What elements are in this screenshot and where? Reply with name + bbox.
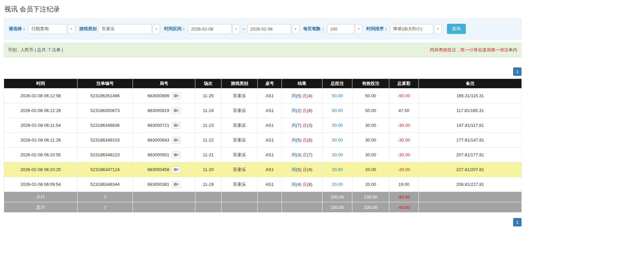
- cell-game-type: 百家乐: [221, 148, 258, 162]
- cell-result: 闲(2)庄(8): [282, 103, 323, 118]
- cell-bet-id: 523186351496: [78, 89, 133, 103]
- grand-total-payout: -93.50: [389, 202, 419, 213]
- total-bet-link[interactable]: 50.00: [332, 93, 343, 98]
- result-player-score: (2): [296, 108, 301, 113]
- header-session: 场次: [195, 79, 221, 89]
- page-size-combo: ▼: [327, 24, 362, 34]
- cell-bet-id: 523186349103: [78, 133, 133, 148]
- table-row: 2026-02-08 06:10:55 523186348223 6830005…: [4, 148, 522, 162]
- round-replay-icon[interactable]: [172, 122, 181, 129]
- game-type-dropdown-button[interactable]: ▼: [153, 24, 160, 34]
- cell-payout: -30.00: [389, 133, 419, 148]
- result-banker-score: (3): [307, 123, 312, 128]
- cell-round: 683000551: [133, 148, 195, 162]
- chevron-down-icon: ▼: [294, 28, 297, 31]
- round-replay-icon[interactable]: [172, 137, 181, 144]
- cell-valid-bet: 20.00: [352, 177, 389, 192]
- result-banker-score: (4): [307, 167, 312, 172]
- cell-game-type: 百家乐: [221, 103, 258, 118]
- cell-session: 11-24: [195, 103, 221, 118]
- result-player-label: 闲: [292, 138, 296, 143]
- date-from-input[interactable]: [188, 24, 232, 34]
- total-bet-link[interactable]: 30.00: [332, 123, 343, 128]
- cell-total-bet: 20.00: [323, 162, 352, 177]
- chevron-down-icon: ▼: [235, 28, 238, 31]
- round-replay-icon[interactable]: [172, 93, 181, 99]
- cell-payout: -50.00: [389, 89, 419, 103]
- time-sort-dropdown-button[interactable]: ▼: [434, 24, 442, 34]
- date-to-dropdown-button[interactable]: ▼: [292, 24, 299, 34]
- header-bet-id: 注单编号: [78, 79, 133, 89]
- round-replay-icon[interactable]: [172, 166, 181, 173]
- page-size-dropdown-button[interactable]: ▼: [355, 24, 362, 34]
- cell-valid-bet: 30.00: [352, 118, 389, 133]
- cell-session: 11-22: [195, 133, 221, 148]
- cell-note: 177.81/147.81: [419, 133, 522, 148]
- chevron-down-icon: ▼: [437, 28, 439, 31]
- cell-session: 11-20: [195, 162, 221, 177]
- header-round: 局号: [133, 79, 195, 89]
- round-replay-icon[interactable]: [172, 181, 181, 188]
- round-number: 683000899: [147, 93, 169, 98]
- cell-time: 2026-02-08 06:11:54: [4, 118, 78, 133]
- total-bet-link[interactable]: 30.00: [332, 138, 343, 143]
- cell-time: 2026-02-08 06:09:54: [4, 177, 78, 192]
- cell-round: 683000458: [133, 162, 195, 177]
- result-player-score: (5): [296, 138, 301, 143]
- select-type-input[interactable]: [28, 24, 67, 34]
- cell-session: 11-21: [195, 148, 221, 162]
- cell-bet-id: 523186348223: [78, 148, 133, 162]
- cell-bet-id: 523186350673: [78, 103, 133, 118]
- cell-game-type: 百家乐: [221, 118, 258, 133]
- cell-round: 683000899: [133, 89, 195, 103]
- header-note: 备注: [419, 79, 522, 89]
- time-sort-combo: ▼: [390, 24, 442, 34]
- cell-time: 2026-02-08 06:10:55: [4, 148, 78, 162]
- page-size-input[interactable]: [327, 24, 354, 34]
- result-banker-label: 庄: [303, 123, 307, 128]
- cell-table-no: AS1: [258, 148, 282, 162]
- chevron-down-icon: ▼: [357, 28, 360, 31]
- cell-valid-bet: 30.00: [352, 133, 389, 148]
- date-range-separator: ~: [242, 26, 245, 32]
- round-replay-icon[interactable]: [172, 152, 181, 158]
- search-button[interactable]: 查询: [447, 24, 466, 34]
- total-bet-link[interactable]: 20.00: [332, 167, 343, 172]
- table-row: 2026-02-08 06:10:20 523186347124 6830004…: [4, 162, 522, 177]
- page-1-button[interactable]: 1: [513, 218, 522, 226]
- round-replay-icon[interactable]: [172, 107, 181, 114]
- time-sort-input[interactable]: [390, 24, 433, 34]
- header-game-type: 游戏类别: [221, 79, 258, 89]
- cell-valid-bet: 50.00: [352, 103, 389, 118]
- total-bet-link[interactable]: 50.00: [332, 108, 343, 113]
- cell-bet-id: 523186346344: [78, 177, 133, 192]
- result-player-label: 闲: [292, 182, 296, 187]
- cell-round: 683000819: [133, 103, 195, 118]
- game-type-input[interactable]: [99, 24, 152, 34]
- round-number: 683000721: [147, 123, 169, 128]
- cell-table-no: AS1: [258, 89, 282, 103]
- page-1-button[interactable]: 1: [513, 67, 522, 76]
- result-banker-label: 庄: [303, 182, 307, 187]
- date-range-label: 时间区间：: [164, 26, 186, 32]
- total-bet-link[interactable]: 20.00: [332, 182, 343, 187]
- cell-table-no: AS1: [258, 133, 282, 148]
- table-row: 2026-02-08 06:12:28 523186350673 6830008…: [4, 103, 522, 118]
- cell-round: 683000381: [133, 177, 195, 192]
- header-payout: 总派彩: [389, 79, 419, 89]
- subtotal-total-bet: 230.00: [323, 192, 352, 202]
- cell-table-no: AS1: [258, 103, 282, 118]
- result-player-label: 闲: [292, 108, 296, 113]
- date-from-combo: ▼: [188, 24, 240, 34]
- total-bet-link[interactable]: 30.00: [332, 152, 343, 157]
- date-to-input[interactable]: [247, 24, 291, 34]
- select-type-dropdown-button[interactable]: ▼: [68, 24, 75, 34]
- game-type-label: 游戏类别: [79, 26, 97, 32]
- date-from-dropdown-button[interactable]: ▼: [233, 24, 240, 34]
- round-number: 683000381: [147, 182, 169, 187]
- cell-time: 2026-02-08 06:12:28: [4, 103, 78, 118]
- cell-result: 闲(5)庄(8): [282, 133, 323, 148]
- chevron-down-icon: ▼: [70, 28, 73, 31]
- cell-session: 11-25: [195, 89, 221, 103]
- cell-total-bet: 30.00: [323, 133, 352, 148]
